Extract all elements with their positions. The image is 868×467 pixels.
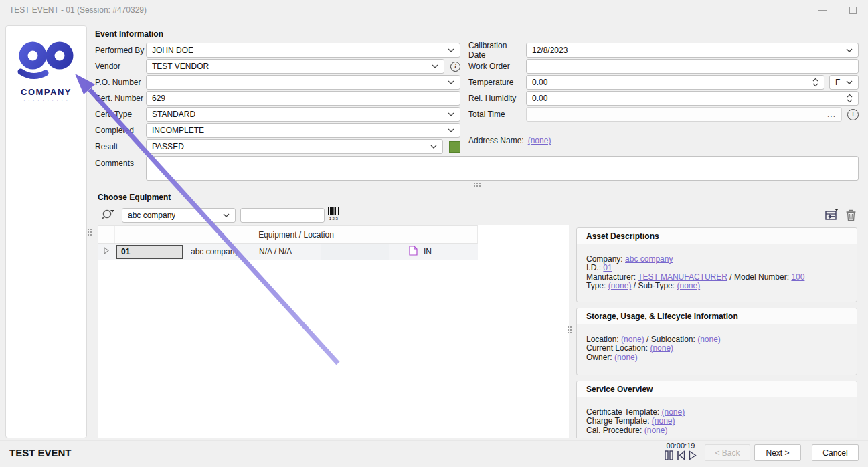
- spinner-updown-icon[interactable]: [847, 94, 853, 103]
- vendor-label: Vendor: [95, 62, 146, 71]
- footer-divider: [0, 440, 868, 441]
- equipment-location-column-header[interactable]: Equipment / Location: [115, 230, 477, 240]
- right-splitter-handle[interactable]: [567, 326, 572, 334]
- result-status-swatch: [449, 141, 460, 153]
- cancel-button[interactable]: Cancel: [812, 444, 859, 461]
- total-time-label: Total Time: [468, 110, 526, 119]
- service-overview-panel: Service Overview Certificate Template: (…: [576, 381, 857, 438]
- equipment-location-cell[interactable]: N/A / N/A: [254, 244, 321, 260]
- chevron-down-icon: [448, 128, 454, 132]
- equipment-empty-cell[interactable]: [321, 244, 389, 260]
- company-label: Company:: [586, 254, 623, 264]
- document-icon[interactable]: [409, 246, 418, 258]
- back-button[interactable]: < Back: [705, 444, 750, 461]
- spinner-updown-icon[interactable]: [812, 78, 818, 87]
- owner-label: Owner:: [586, 353, 612, 362]
- equipment-table-header[interactable]: Equipment / Location: [98, 225, 478, 244]
- location-label: Location:: [586, 335, 619, 344]
- rel-humidity-row: Rel. Humidity 0.00: [468, 91, 859, 106]
- vendor-row: Vendor TEST VENDOR i: [95, 59, 460, 74]
- cert-type-row: Cert. Type STANDARD: [95, 107, 460, 122]
- maximize-button[interactable]: [841, 0, 864, 20]
- vendor-info-icon[interactable]: i: [450, 62, 460, 72]
- company-logo-icon: [14, 39, 78, 82]
- event-information-heading: Event Information: [95, 29, 163, 39]
- equipment-id-cell[interactable]: 01: [116, 245, 183, 259]
- asset-descriptions-panel: Asset Descriptions Company: abc company …: [576, 227, 857, 302]
- temperature-row: Temperature 0.00 F: [468, 75, 859, 90]
- temperature-unit-combo[interactable]: F: [829, 75, 859, 90]
- calibration-date-combo[interactable]: 12/8/2023: [526, 43, 859, 58]
- equipment-company-filter-combo[interactable]: abc company: [122, 208, 236, 223]
- equipment-search-icon[interactable]: [100, 208, 116, 223]
- temperature-label: Temperature: [468, 78, 526, 87]
- logo-tagline: · · · · · · · · · ·: [6, 98, 86, 102]
- owner-link[interactable]: (none): [614, 353, 638, 362]
- choose-equipment-heading: Choose Equipment: [98, 193, 171, 202]
- rel-humidity-label: Rel. Humidity: [468, 94, 526, 103]
- completed-combo[interactable]: INCOMPLETE: [146, 123, 460, 138]
- model-number-link[interactable]: 100: [791, 272, 804, 282]
- subtype-link[interactable]: (none): [677, 281, 700, 290]
- address-name-row: Address Name: (none): [468, 133, 859, 148]
- chevron-down-icon: [448, 48, 454, 52]
- chevron-down-icon: [223, 213, 230, 217]
- id-link[interactable]: 01: [603, 263, 612, 272]
- barcode-icon[interactable]: 123: [328, 207, 340, 221]
- performed-by-combo[interactable]: JOHN DOE: [146, 43, 460, 58]
- calibration-date-row: Calibration Date 12/8/2023: [468, 43, 859, 58]
- equipment-status-cell[interactable]: IN: [389, 244, 478, 260]
- logo-company-text: COMPANY: [6, 87, 86, 97]
- ellipsis-icon[interactable]: ...: [827, 110, 836, 119]
- chevron-down-icon: [430, 145, 437, 149]
- comments-textarea[interactable]: [146, 156, 859, 181]
- result-combo[interactable]: PASSED: [146, 139, 443, 154]
- minimize-button[interactable]: [810, 0, 833, 20]
- play-icon[interactable]: [689, 450, 697, 462]
- skip-to-start-icon[interactable]: [677, 450, 685, 462]
- next-button[interactable]: Next >: [754, 444, 801, 461]
- equipment-table-row[interactable]: 01 abc company N/A / N/A IN: [98, 244, 478, 260]
- certificate-template-link[interactable]: (none): [662, 407, 685, 417]
- total-time-row: Total Time ... +: [468, 107, 859, 122]
- total-time-field[interactable]: ...: [526, 107, 842, 122]
- cert-type-combo[interactable]: STANDARD: [146, 107, 460, 122]
- current-location-label: Current Location:: [586, 343, 648, 353]
- temperature-spinner[interactable]: 0.00: [526, 75, 824, 90]
- address-name-label: Address Name:: [468, 136, 524, 145]
- sublocation-link[interactable]: (none): [697, 335, 721, 344]
- location-link[interactable]: (none): [621, 335, 644, 344]
- type-link[interactable]: (none): [608, 281, 632, 290]
- chevron-down-icon: [846, 48, 853, 52]
- equipment-search-input[interactable]: [240, 208, 325, 223]
- company-logo-card: COMPANY · · · · · · · · · ·: [5, 25, 87, 438]
- company-link[interactable]: abc company: [625, 254, 673, 264]
- po-number-row: P.O. Number: [95, 75, 460, 90]
- window-title: TEST EVENT - 01 (Session: #470329): [9, 5, 147, 15]
- manufacturer-link[interactable]: TEST MANUFACTURER: [638, 272, 727, 282]
- delete-equipment-icon[interactable]: [845, 209, 857, 221]
- equipment-company-cell[interactable]: abc company: [185, 244, 254, 260]
- comments-label: Comments: [95, 159, 134, 168]
- type-label: Type:: [586, 281, 606, 290]
- po-number-combo[interactable]: [146, 75, 460, 90]
- id-label: I.D.:: [586, 263, 601, 272]
- cal-procedure-link[interactable]: (none): [644, 426, 668, 435]
- address-name-link[interactable]: (none): [528, 136, 551, 145]
- add-time-icon[interactable]: +: [847, 109, 859, 120]
- pause-icon[interactable]: [665, 450, 673, 462]
- work-order-input[interactable]: [526, 59, 859, 74]
- vendor-combo[interactable]: TEST VENDOR: [146, 59, 444, 74]
- charge-template-link[interactable]: (none): [652, 416, 675, 426]
- horizontal-splitter-handle[interactable]: [473, 182, 481, 187]
- cert-type-label: Cert. Type: [95, 110, 146, 119]
- rel-humidity-spinner[interactable]: 0.00: [526, 91, 859, 106]
- asset-descriptions-title: Asset Descriptions: [577, 228, 857, 244]
- row-expander-icon[interactable]: [104, 247, 109, 256]
- po-number-label: P.O. Number: [95, 78, 146, 87]
- assign-equipment-icon[interactable]: [824, 208, 839, 221]
- equipment-status-text: IN: [424, 247, 432, 256]
- left-splitter-handle[interactable]: [87, 228, 92, 236]
- cert-number-input[interactable]: [146, 91, 460, 106]
- current-location-link[interactable]: (none): [650, 343, 673, 353]
